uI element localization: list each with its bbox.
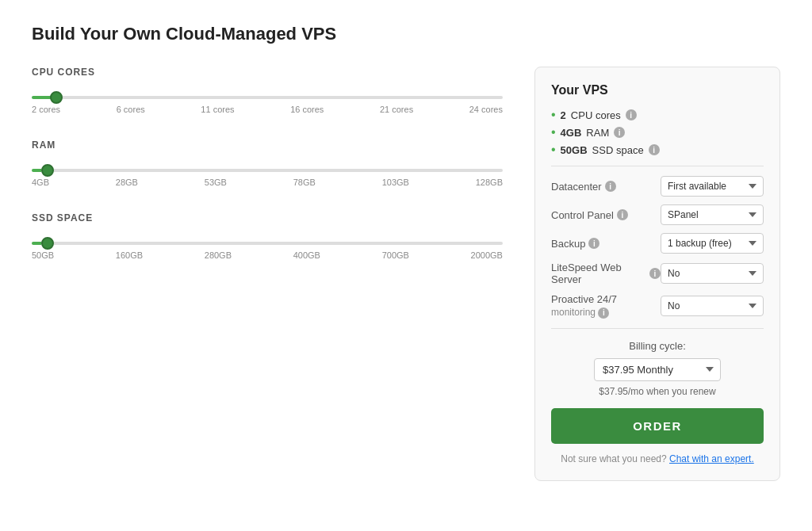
backup-label-text: Backup [551,238,585,250]
ram-label: RAM [32,139,503,151]
ssd-tick-1: 50GB [32,250,54,260]
cpu-ticks: 2 cores 6 cores 11 cores 16 cores 21 cor… [32,105,503,114]
ram-ticks: 4GB 28GB 53GB 78GB 103GB 128GB [32,178,503,187]
proactive-info-icon[interactable]: i [598,308,609,319]
not-sure-text: Not sure what you need? Chat with an exp… [551,453,764,464]
backup-info-icon[interactable]: i [588,238,599,249]
spec-ram: • 4GB RAM i [551,126,764,139]
control-panel-info-icon[interactable]: i [617,209,628,220]
datacenter-info-icon[interactable]: i [605,181,616,192]
ram-info-icon[interactable]: i [614,127,625,138]
spec-ssd-unit: SSD space [592,144,644,156]
spec-ram-unit: RAM [586,127,609,139]
cpu-tick-4: 16 cores [290,105,324,114]
cpu-info-icon[interactable]: i [626,109,637,120]
spec-ssd: • 50GB SSD space i [551,143,764,156]
litespeed-label: LiteSpeed Web Server i [551,262,661,285]
proactive-label: Proactive 24/7 monitoring i [551,293,617,319]
order-button[interactable]: ORDER [551,408,764,444]
datacenter-row: Datacenter i First available US East US … [551,176,764,197]
ssd-tick-4: 400GB [293,250,320,260]
ssd-tick-5: 700GB [382,250,409,260]
ram-tick-3: 53GB [205,178,227,187]
spec-ssd-value: 50GB [561,144,588,156]
ram-tick-4: 78GB [293,178,316,187]
backup-label: Backup i [551,238,599,250]
cpu-tick-2: 6 cores [117,105,145,114]
control-panel-row: Control Panel i SPanel cPanel Plesk None [551,204,764,225]
ram-section: RAM 4GB 28GB 53GB 78GB 103GB 128GB [32,139,503,187]
proactive-select[interactable]: No Yes [661,296,764,316]
cpu-section: CPU CORES 2 cores 6 cores 11 cores 16 co… [32,67,503,114]
ssd-ticks: 50GB 160GB 280GB 400GB 700GB 2000GB [32,250,503,260]
ram-tick-2: 28GB [116,178,138,187]
litespeed-select[interactable]: No Yes [661,263,764,284]
backup-row: Backup i 1 backup (free) 2 backups 3 bac… [551,233,764,254]
ram-tick-1: 4GB [32,178,49,187]
ram-tick-6: 128GB [476,178,503,187]
ssd-tick-6: 2000GB [471,250,503,260]
spec-bullet-ssd: • [551,143,556,156]
chat-link[interactable]: Chat with an expert. [669,453,754,464]
proactive-row: Proactive 24/7 monitoring i No Yes [551,293,764,319]
cpu-tick-1: 2 cores [32,105,60,114]
billing-label: Billing cycle: [551,340,764,352]
renew-text: $37.95/mo when you renew [551,386,764,397]
control-panel-select[interactable]: SPanel cPanel Plesk None [661,204,764,225]
billing-select[interactable]: $37.95 Monthly $34.95 Monthly (Annual) $… [594,358,721,381]
ssd-tick-2: 160GB [116,250,143,260]
cpu-tick-6: 24 cores [469,105,503,114]
cpu-label: CPU CORES [32,67,503,78]
vps-summary-title: Your VPS [551,83,764,97]
datacenter-select[interactable]: First available US East US West EU Asia [661,176,764,197]
spec-cpu-value: 2 [561,109,566,121]
page-title: Build Your Own Cloud-Managed VPS [32,24,780,44]
divider-2 [551,328,764,329]
ssd-tick-3: 280GB [205,250,232,260]
datacenter-label-text: Datacenter [551,181,602,193]
sliders-panel: CPU CORES 2 cores 6 cores 11 cores 16 co… [32,67,503,285]
spec-ram-value: 4GB [561,127,582,139]
backup-select[interactable]: 1 backup (free) 2 backups 3 backups None [661,233,764,254]
ssd-section: SSD SPACE 50GB 160GB 280GB 400GB 700GB 2… [32,212,503,260]
datacenter-label: Datacenter i [551,181,616,193]
ssd-info-icon[interactable]: i [649,144,660,155]
ram-tick-5: 103GB [382,178,409,187]
proactive-label-text2: monitoring i [551,307,617,319]
divider-1 [551,166,764,166]
ssd-slider[interactable] [32,242,503,245]
litespeed-label-text: LiteSpeed Web Server [551,262,646,285]
cpu-slider[interactable] [32,96,503,99]
ssd-label: SSD SPACE [32,212,503,223]
cpu-tick-3: 11 cores [201,105,234,114]
not-sure-static: Not sure what you need? [561,453,666,464]
spec-cpu-unit: CPU cores [571,109,621,121]
control-panel-label-text: Control Panel [551,209,614,221]
billing-section: Billing cycle: $37.95 Monthly $34.95 Mon… [551,340,764,397]
spec-bullet-ram: • [551,126,556,139]
proactive-label-text: Proactive 24/7 [551,293,617,305]
cpu-tick-5: 21 cores [380,105,413,114]
litespeed-row: LiteSpeed Web Server i No Yes [551,262,764,285]
ram-slider[interactable] [32,169,503,172]
spec-bullet-cpu: • [551,109,556,121]
vps-summary-panel: Your VPS • 2 CPU cores i • 4GB RAM i • 5… [534,67,780,481]
control-panel-label: Control Panel i [551,209,628,221]
litespeed-info-icon[interactable]: i [649,268,661,279]
spec-cpu: • 2 CPU cores i [551,109,764,121]
